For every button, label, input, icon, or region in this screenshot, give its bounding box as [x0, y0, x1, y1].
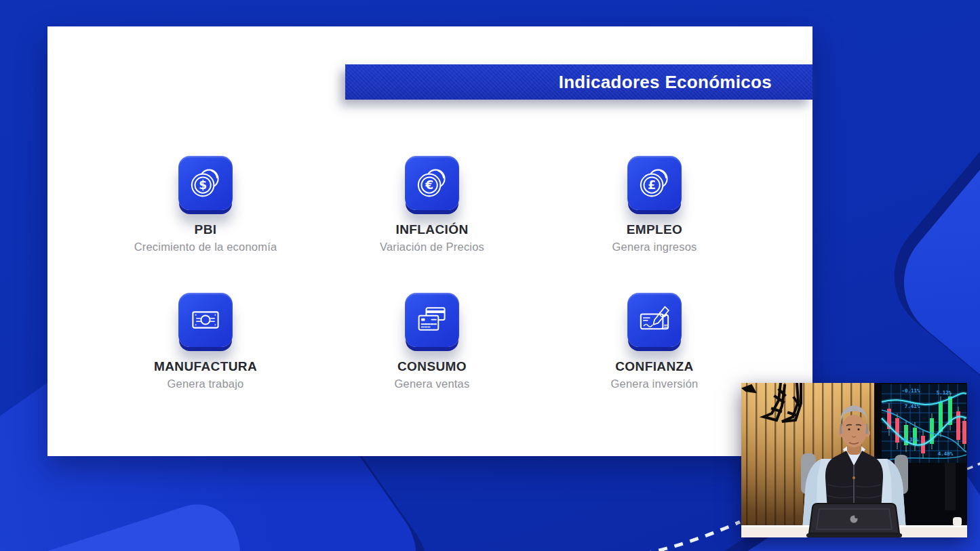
tile-manufactura — [178, 293, 233, 347]
indicator-description: Genera inversión — [546, 377, 763, 390]
cheque-pen-icon — [633, 299, 675, 341]
svg-text:-6.35%: -6.35% — [900, 436, 919, 443]
indicator-description: Genera ventas — [324, 377, 541, 390]
webcam-overlay: -0.11% 5.12% 7.41% -6.35% 4.48% — [741, 383, 967, 537]
credit-cards-icon — [411, 299, 453, 341]
laptop — [806, 504, 902, 537]
indicator-description: Genera trabajo — [97, 377, 314, 390]
indicator-item-consumo: CONSUMO Genera ventas — [324, 293, 541, 390]
pound-coins-icon: £ — [633, 162, 675, 204]
banknote-icon — [184, 299, 227, 341]
tile-confianza — [627, 293, 682, 347]
tile-empleo: £ — [627, 156, 682, 210]
indicator-label: CONSUMO — [324, 359, 541, 374]
indicator-description: Variación de Precios — [324, 241, 541, 253]
indicator-description: Crecimiento de la economía — [97, 241, 314, 253]
euro-coins-icon: € — [411, 162, 453, 204]
svg-text:€: € — [425, 178, 433, 192]
indicator-item-confianza: CONFIANZA Genera inversión — [546, 293, 763, 390]
slide-title: Indicadores Económicos — [559, 72, 772, 92]
indicator-description: Genera ingresos — [546, 241, 763, 253]
dollar-coins-icon: $ — [184, 162, 227, 204]
indicator-item-manufactura: MANUFACTURA Genera trabajo — [97, 293, 314, 390]
svg-text:7.41%: 7.41% — [905, 403, 920, 409]
indicator-label: MANUFACTURA — [97, 359, 314, 374]
tile-consumo — [405, 293, 459, 347]
indicator-item-inflacion: € INFLACIÓN Variación de Precios — [324, 156, 541, 253]
slide-card: Indicadores Económicos $ PBI Crecimiento… — [47, 26, 812, 456]
title-banner: Indicadores Económicos — [345, 64, 812, 100]
svg-text:$: $ — [199, 178, 207, 192]
svg-text:4.48%: 4.48% — [938, 451, 954, 457]
tile-inflacion: € — [405, 156, 459, 210]
indicator-label: CONFIANZA — [546, 359, 763, 374]
svg-text:£: £ — [648, 178, 656, 192]
indicator-label: PBI — [97, 222, 314, 237]
presenter-scene: -0.11% 5.12% 7.41% -6.35% 4.48% — [741, 383, 967, 537]
tile-pbi: $ — [178, 156, 233, 210]
svg-text:5.12%: 5.12% — [937, 390, 952, 396]
svg-text:-0.11%: -0.11% — [901, 388, 920, 394]
indicator-label: INFLACIÓN — [324, 222, 541, 237]
indicator-item-empleo: £ EMPLEO Genera ingresos — [546, 156, 763, 253]
video-frame: Indicadores Económicos $ PBI Crecimiento… — [0, 0, 980, 551]
indicator-label: EMPLEO — [546, 222, 763, 237]
indicator-item-pbi: $ PBI Crecimiento de la economía — [97, 156, 314, 253]
